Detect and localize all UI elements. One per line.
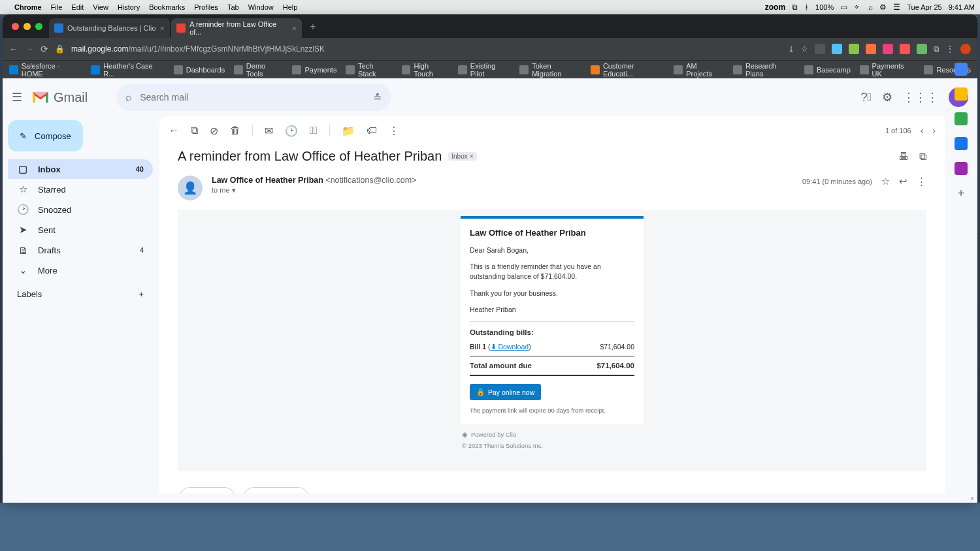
window-maximize[interactable]: [35, 23, 42, 30]
menubar-date[interactable]: Tue Apr 25: [907, 3, 941, 11]
side-panel-toggle[interactable]: ›: [3, 494, 977, 503]
browser-tab[interactable]: Outstanding Balances | Clio ×: [49, 18, 170, 38]
menu-help[interactable]: Help: [283, 3, 298, 11]
back-icon[interactable]: ←: [169, 125, 179, 136]
recipient-line[interactable]: to me ▾: [212, 186, 417, 195]
apps-icon[interactable]: ⋮⋮⋮: [903, 90, 938, 104]
nav-snoozed[interactable]: 🕑Snoozed: [8, 200, 153, 219]
search-box[interactable]: ⌕ ≛: [116, 84, 391, 111]
window-close[interactable]: [12, 23, 19, 30]
url-text[interactable]: mail.google.com/mail/u/1/#inbox/FMfcgzGs…: [71, 44, 781, 54]
nav-drafts[interactable]: 🗎Drafts4: [8, 240, 153, 260]
star-message-icon[interactable]: ☆: [881, 176, 890, 187]
extension-icon[interactable]: [900, 44, 910, 54]
nav-sent[interactable]: ➤Sent: [8, 220, 153, 240]
app-name[interactable]: Chrome: [14, 3, 42, 11]
menu-edit[interactable]: Edit: [71, 3, 84, 11]
mark-unread-icon[interactable]: ✉: [265, 125, 273, 137]
contacts-addon-icon[interactable]: [955, 137, 968, 150]
close-tab-icon[interactable]: ×: [292, 24, 297, 33]
bookmark-item[interactable]: High Touch: [402, 62, 449, 78]
add-task-icon[interactable]: ✓⃝: [310, 125, 318, 136]
menu-view[interactable]: View: [93, 3, 108, 11]
prev-message-icon[interactable]: ‹: [921, 125, 924, 136]
print-icon[interactable]: 🖶: [898, 151, 909, 163]
zoom-status[interactable]: zoom: [765, 3, 785, 12]
settings-icon[interactable]: ⚙: [882, 90, 892, 104]
menubar-time[interactable]: 9:41 AM: [949, 3, 975, 11]
back-button[interactable]: ←: [9, 44, 18, 54]
spotlight-icon[interactable]: ⌕: [868, 3, 873, 12]
nav-inbox[interactable]: ▢Inbox40: [8, 159, 153, 179]
install-icon[interactable]: ⤓: [788, 44, 794, 54]
extension-icon[interactable]: [866, 44, 876, 54]
label-icon[interactable]: 🏷: [367, 125, 377, 136]
star-icon[interactable]: ☆: [801, 44, 808, 54]
bookmark-item[interactable]: Customer Educati...: [591, 62, 664, 78]
sender-avatar[interactable]: 👤: [178, 176, 203, 200]
bluetooth-icon[interactable]: ᚼ: [804, 3, 809, 12]
bookmark-item[interactable]: Dashboards: [174, 65, 225, 74]
open-new-window-icon[interactable]: ⧉: [919, 151, 926, 163]
window-minimize[interactable]: [24, 23, 31, 30]
snooze-icon[interactable]: 🕑: [285, 125, 298, 137]
search-icon[interactable]: ⌕: [125, 91, 132, 103]
more-icon[interactable]: ⋮: [917, 176, 926, 187]
menu-window[interactable]: Window: [248, 3, 274, 11]
bookmark-item[interactable]: Basecamp: [804, 65, 851, 74]
extensions-menu-icon[interactable]: ⧉: [934, 44, 939, 54]
gmail-logo[interactable]: Gmail: [31, 90, 88, 105]
reload-button[interactable]: ⟳: [41, 44, 48, 54]
menu-profiles[interactable]: Profiles: [194, 3, 218, 11]
move-icon[interactable]: 📁: [342, 125, 355, 137]
extension-icon[interactable]: [815, 44, 825, 54]
tasks-addon-icon[interactable]: [955, 116, 968, 125]
forward-button[interactable]: →: [25, 44, 34, 54]
bookmark-item[interactable]: Tech Stack: [346, 62, 392, 78]
spam-icon[interactable]: ⊘: [210, 125, 218, 137]
wifi-icon[interactable]: ᯤ: [854, 3, 862, 12]
extension-icon[interactable]: [832, 44, 842, 54]
more-icon[interactable]: ⋮: [389, 125, 399, 137]
extension-icon[interactable]: [849, 44, 859, 54]
extension-icon[interactable]: [883, 44, 893, 54]
support-icon[interactable]: ?⃝: [860, 91, 872, 104]
notification-icon[interactable]: ☰: [893, 3, 900, 12]
hamburger-icon[interactable]: ☰: [12, 90, 22, 104]
bookmark-item[interactable]: Demo Tools: [234, 62, 283, 78]
get-addons-icon[interactable]: +: [958, 187, 965, 200]
search-options-icon[interactable]: ≛: [373, 91, 382, 104]
inbox-chip[interactable]: Inbox ×: [448, 152, 476, 161]
bookmark-item[interactable]: Existing Pilot: [458, 62, 510, 78]
dropbox-icon[interactable]: ⧉: [792, 3, 798, 12]
extension-icon[interactable]: [917, 44, 927, 54]
add-label-icon[interactable]: +: [139, 289, 144, 299]
menu-tab[interactable]: Tab: [227, 3, 239, 11]
menu-bookmarks[interactable]: Bookmarks: [149, 3, 185, 11]
next-message-icon[interactable]: ›: [932, 125, 936, 136]
control-center-icon[interactable]: ⚙: [879, 3, 887, 12]
bookmark-item[interactable]: Salesforce - HOME: [9, 62, 82, 78]
bookmark-item[interactable]: Heather's Case R...: [91, 62, 164, 78]
download-link[interactable]: ⬇ Download: [491, 343, 529, 351]
reply-icon[interactable]: ↩: [899, 176, 907, 187]
menu-file[interactable]: File: [51, 3, 63, 11]
new-tab-button[interactable]: +: [303, 21, 322, 38]
archive-icon[interactable]: ⧉: [191, 125, 198, 136]
menu-history[interactable]: History: [118, 3, 140, 11]
bookmark-item[interactable]: Payments: [292, 65, 336, 74]
lock-icon[interactable]: 🔒: [55, 44, 65, 54]
nav-more[interactable]: ⌄More: [8, 260, 153, 280]
bookmark-item[interactable]: AM Projects: [674, 62, 724, 78]
bookmark-item[interactable]: Token Migration: [519, 62, 581, 78]
pay-online-button[interactable]: 🔒 Pay online now: [470, 384, 541, 400]
compose-button[interactable]: ✎ Compose: [8, 120, 83, 151]
addon-icon[interactable]: [955, 162, 968, 175]
nav-starred[interactable]: ☆Starred: [8, 180, 153, 199]
search-input[interactable]: [140, 92, 365, 102]
bookmark-item[interactable]: Research Plans: [733, 62, 795, 78]
bookmark-item[interactable]: Payments UK: [860, 62, 915, 78]
browser-tab-active[interactable]: A reminder from Law Office of... ×: [171, 18, 302, 38]
delete-icon[interactable]: 🗑: [230, 125, 240, 136]
close-tab-icon[interactable]: ×: [160, 24, 165, 33]
